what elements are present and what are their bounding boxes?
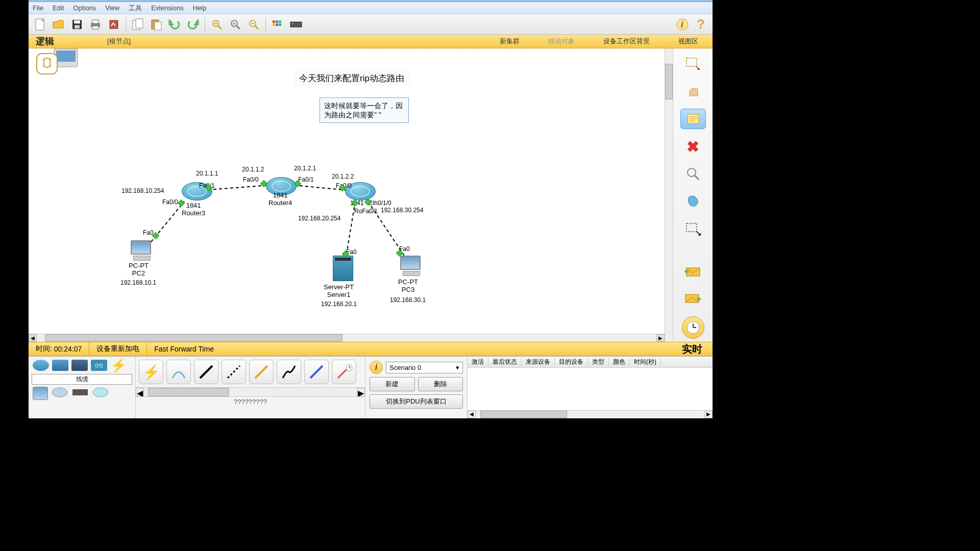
resize-tool[interactable] xyxy=(680,219,706,239)
conn-crossover[interactable] xyxy=(222,360,246,384)
menu-tools[interactable]: 工具 xyxy=(129,4,142,13)
router5-if-eth: Eth0/1/0 xyxy=(369,199,391,207)
conn-serial-dce[interactable] xyxy=(332,360,356,384)
svg-line-60 xyxy=(200,366,212,378)
delete-tool[interactable]: ✖ xyxy=(680,136,706,157)
svg-rect-11 xyxy=(155,22,161,30)
zoom-out-button[interactable] xyxy=(245,16,262,33)
conn-console[interactable] xyxy=(166,360,191,384)
fast-forward-button[interactable]: Fast Forward Time xyxy=(147,342,221,356)
menu-view[interactable]: View xyxy=(105,4,119,12)
event-list-scrollbar[interactable]: ◀▶ xyxy=(468,410,713,418)
canvas-vscroll[interactable] xyxy=(665,48,673,342)
cat-hubs-icon[interactable] xyxy=(71,360,88,371)
col-last[interactable]: 最后状态 xyxy=(488,358,522,366)
col-fire[interactable]: 激活 xyxy=(468,358,488,366)
cat-wan-icon[interactable] xyxy=(51,386,68,400)
svg-rect-6 xyxy=(92,26,99,29)
move-tool[interactable] xyxy=(680,81,706,102)
conn-straight[interactable] xyxy=(194,360,218,384)
conn-coax[interactable] xyxy=(304,360,329,384)
annotation-title: 今天我们来配置rip动态路由 xyxy=(294,71,409,86)
wizard-button[interactable] xyxy=(105,16,122,33)
menu-file[interactable]: File xyxy=(33,4,43,12)
print-button[interactable] xyxy=(87,16,104,33)
paste-button[interactable] xyxy=(148,16,165,33)
logical-tab[interactable]: 逻辑 xyxy=(29,35,61,47)
svg-point-57 xyxy=(52,388,67,397)
help-button[interactable]: ? xyxy=(692,16,709,33)
svg-rect-5 xyxy=(92,20,99,23)
inspect-tool[interactable] xyxy=(680,164,706,184)
breadcrumb-root[interactable]: [根节点] xyxy=(107,37,131,46)
device-server1[interactable] xyxy=(333,256,353,281)
cat-custom-icon[interactable] xyxy=(71,387,89,399)
scenario-new-button[interactable]: 新建 xyxy=(370,377,415,391)
svg-rect-27 xyxy=(279,23,281,26)
cat-switches-icon[interactable] xyxy=(52,360,68,371)
col-time[interactable]: 时间(秒) xyxy=(630,358,661,366)
realtime-clock-icon[interactable] xyxy=(682,316,704,339)
scenario-delete-button[interactable]: 删除 xyxy=(418,377,463,391)
cat-routers-icon[interactable] xyxy=(33,360,49,371)
redo-button[interactable] xyxy=(184,16,202,33)
conn-auto[interactable]: ⚡ xyxy=(139,360,163,384)
menu-options[interactable]: Options xyxy=(73,4,96,12)
undo-button[interactable] xyxy=(166,16,183,33)
power-cycle-button[interactable]: 设备重新加电 xyxy=(89,342,147,356)
new-file-button[interactable] xyxy=(32,16,49,33)
info-button[interactable]: i xyxy=(674,16,691,33)
workspace: 今天我们来配置rip动态路由 这时候就要等一会了，因为路由之间需要" " 184… xyxy=(29,48,713,342)
svg-rect-3 xyxy=(75,25,80,29)
svg-rect-40 xyxy=(687,58,697,66)
bottom-panel: ((•)) ⚡ 线缆 ⚡ ◀▶ ????????? i Scenario 0▾ … xyxy=(29,356,713,418)
navigation-widget[interactable] xyxy=(34,48,80,74)
router5-ip-eth: 192.168.30.254 xyxy=(381,207,423,214)
zoom-reset-button[interactable]: R xyxy=(227,16,244,33)
toggle-pdu-list-button[interactable]: 切换到PDU列表窗口 xyxy=(370,394,463,409)
new-cluster-button[interactable]: 新集群 xyxy=(485,37,534,46)
copy-button[interactable] xyxy=(129,16,146,33)
custom-device-button[interactable] xyxy=(287,16,305,33)
menu-extensions[interactable]: Extensions xyxy=(151,4,184,12)
svg-line-13 xyxy=(218,26,222,29)
shape-tool[interactable] xyxy=(680,191,706,212)
canvas-hscroll[interactable]: ◀▶ xyxy=(29,334,665,342)
col-src[interactable]: 来源设备 xyxy=(522,358,555,366)
menu-edit[interactable]: Edit xyxy=(53,4,64,12)
col-color[interactable]: 颜色 xyxy=(609,358,630,366)
device-pc2[interactable] xyxy=(131,240,153,261)
device-category-panel: ((•)) ⚡ 线缆 xyxy=(29,357,136,418)
col-dst[interactable]: 目的设备 xyxy=(555,358,588,366)
annotation-note[interactable]: 这时候就要等一会了，因为路由之间需要" " xyxy=(320,97,409,123)
open-file-button[interactable] xyxy=(50,16,67,33)
viewport-button[interactable]: 视图区 xyxy=(664,37,713,46)
canvas-area[interactable]: 今天我们来配置rip动态路由 这时候就要等一会了，因为路由之间需要" " 184… xyxy=(29,48,665,342)
cat-connections-icon[interactable]: ⚡ xyxy=(110,358,127,373)
conn-phone[interactable] xyxy=(277,360,301,384)
simple-pdu-tool[interactable] xyxy=(680,261,706,282)
col-type[interactable]: 类型 xyxy=(588,358,609,366)
cat-end-devices-icon[interactable] xyxy=(33,387,48,400)
realtime-label[interactable]: 实时 xyxy=(672,342,713,356)
svg-line-46 xyxy=(695,176,699,180)
cat-wireless-icon[interactable]: ((•)) xyxy=(91,360,107,371)
move-object-button[interactable]: 移动对象 xyxy=(534,37,589,46)
menu-help[interactable]: Help xyxy=(193,4,207,12)
select-tool[interactable] xyxy=(680,54,706,74)
event-list-body[interactable] xyxy=(468,368,713,410)
router4-ip-fa01: 20.1.2.1 xyxy=(294,165,316,172)
event-list-panel: 激活 最后状态 来源设备 目的设备 类型 颜色 时间(秒) ◀▶ xyxy=(468,357,713,418)
conn-scrollbar[interactable]: ◀▶ xyxy=(136,387,365,396)
complex-pdu-tool[interactable] xyxy=(680,289,706,309)
set-background-button[interactable]: 设备工作区背景 xyxy=(589,37,664,46)
save-button[interactable] xyxy=(68,16,86,33)
device-pc3[interactable] xyxy=(400,256,423,276)
cat-multiuser-icon[interactable] xyxy=(92,386,109,400)
conn-fiber[interactable] xyxy=(249,360,274,384)
scenario-info-icon[interactable]: i xyxy=(370,361,383,374)
scenario-select[interactable]: Scenario 0▾ xyxy=(386,362,463,373)
zoom-in-button[interactable] xyxy=(208,16,226,33)
note-tool[interactable] xyxy=(680,109,706,129)
palette-button[interactable] xyxy=(269,16,286,33)
